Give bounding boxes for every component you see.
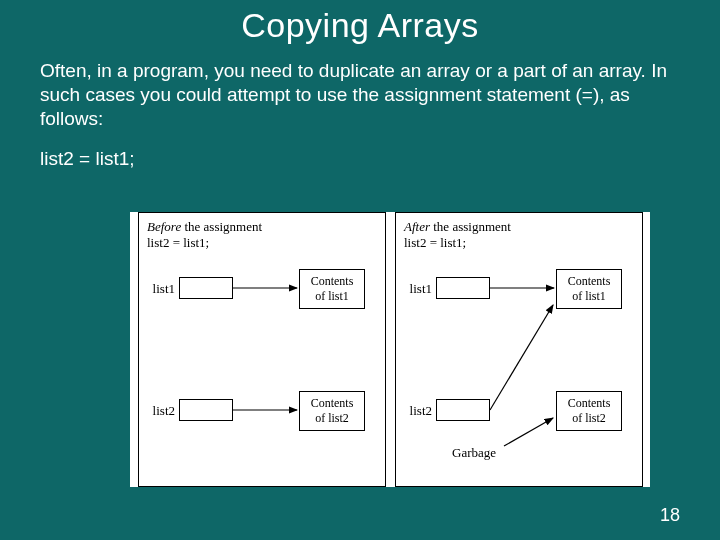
before-content2-line1: Contents xyxy=(311,396,354,410)
before-content1-line1: Contents xyxy=(311,274,354,288)
before-var1-box xyxy=(179,277,233,299)
before-content1-line2: of list1 xyxy=(315,289,349,303)
after-caption-rest: the assignment xyxy=(430,219,511,234)
svg-line-4 xyxy=(504,418,553,446)
before-var2-label: list2 xyxy=(135,403,175,419)
before-caption-rest: the assignment xyxy=(181,219,262,234)
svg-line-3 xyxy=(490,305,553,410)
after-content1-box: Contents of list1 xyxy=(556,269,622,309)
before-content2-box: Contents of list2 xyxy=(299,391,365,431)
before-var2-box xyxy=(179,399,233,421)
before-caption-em: Before xyxy=(147,219,181,234)
after-var1-box xyxy=(436,277,490,299)
after-var2-box xyxy=(436,399,490,421)
after-caption: After the assignment list2 = list1; xyxy=(404,219,511,252)
before-content2-line2: of list2 xyxy=(315,411,349,425)
after-content1-line2: of list1 xyxy=(572,289,606,303)
body-paragraph: Often, in a program, you need to duplica… xyxy=(0,55,720,140)
before-content1-box: Contents of list1 xyxy=(299,269,365,309)
after-content1-line1: Contents xyxy=(568,274,611,288)
after-var1-label: list1 xyxy=(392,281,432,297)
before-panel: Before the assignment list2 = list1; lis… xyxy=(138,212,386,487)
after-content2-box: Contents of list2 xyxy=(556,391,622,431)
before-caption-line2: list2 = list1; xyxy=(147,235,209,250)
page-number: 18 xyxy=(660,505,680,526)
after-arrows xyxy=(396,213,644,488)
before-caption: Before the assignment list2 = list1; xyxy=(147,219,262,252)
before-var1-label: list1 xyxy=(135,281,175,297)
code-line: list2 = list1; xyxy=(0,140,720,176)
after-garbage-label: Garbage xyxy=(452,445,512,461)
after-content2-line1: Contents xyxy=(568,396,611,410)
after-caption-line2: list2 = list1; xyxy=(404,235,466,250)
after-content2-line2: of list2 xyxy=(572,411,606,425)
slide-title: Copying Arrays xyxy=(0,0,720,55)
diagram-container: Before the assignment list2 = list1; lis… xyxy=(130,212,650,487)
after-panel: After the assignment list2 = list1; list… xyxy=(395,212,643,487)
before-arrows xyxy=(139,213,387,488)
after-caption-em: After xyxy=(404,219,430,234)
after-var2-label: list2 xyxy=(392,403,432,419)
